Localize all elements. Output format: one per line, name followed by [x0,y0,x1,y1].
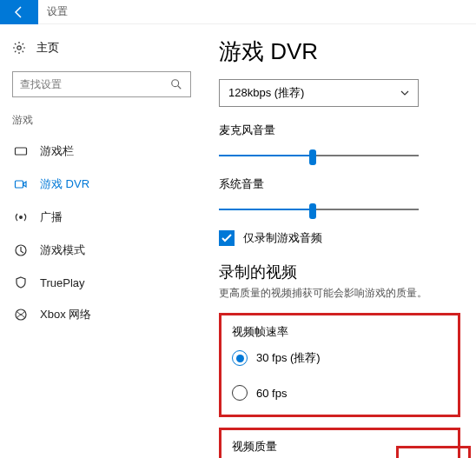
sidebar-item-label: Xbox 网络 [40,307,91,322]
gamebar-icon [14,144,28,158]
mic-volume-label: 麦克风音量 [219,123,460,138]
sidebar-item-gamemode[interactable]: 游戏模式 [0,234,203,267]
slider-thumb[interactable] [309,203,316,219]
mic-volume-slider[interactable] [219,143,419,168]
record-gameaudio-checkbox[interactable] [219,230,235,246]
sidebar-item-label: 游戏 DVR [40,176,89,192]
app-title: 设置 [38,4,68,19]
trueplay-icon [14,275,28,289]
svg-rect-3 [16,148,27,155]
recorded-video-desc: 更高质量的视频捕获可能会影响游戏的质量。 [219,286,460,301]
radio-label: 60 fps [256,387,287,400]
home-label: 主页 [36,40,59,56]
highlight-corner [396,446,471,458]
dropdown-value: 128kbps (推荐) [228,85,304,101]
svg-line-2 [178,86,182,90]
broadcast-icon [14,210,28,224]
recorded-video-title: 录制的视频 [219,262,460,282]
sidebar-item-label: 游戏栏 [40,143,74,159]
search-icon [169,77,183,91]
frame-rate-label: 视频帧速率 [232,324,447,340]
sidebar: 主页 游戏 游戏栏 游戏 DVR 广播 [0,24,203,458]
system-volume-label: 系统音量 [219,176,460,192]
page-title: 游戏 DVR [219,37,460,67]
sidebar-item-trueplay[interactable]: TruePlay [0,267,203,298]
checkbox-label: 仅录制游戏音频 [243,230,322,246]
sidebar-item-label: 广播 [40,209,63,225]
dvr-icon [14,177,28,191]
svg-point-1 [172,80,179,87]
sidebar-item-dvr[interactable]: 游戏 DVR [0,168,203,201]
radio-60fps[interactable]: 60 fps [232,380,447,406]
xbox-icon [14,308,28,322]
highlight-framerate: 视频帧速率 30 fps (推荐) 60 fps [219,313,460,417]
home-nav[interactable]: 主页 [0,33,203,63]
radio-label: 30 fps (推荐) [256,350,321,366]
category-label: 游戏 [0,113,203,135]
gamemode-icon [14,243,28,257]
svg-point-5 [19,216,23,219]
check-icon [221,232,233,244]
chevron-down-icon [400,89,409,97]
sidebar-item-broadcast[interactable]: 广播 [0,201,203,234]
svg-point-7 [16,309,26,320]
sidebar-item-label: TruePlay [40,276,85,289]
svg-rect-4 [16,181,23,188]
search-input[interactable] [20,78,169,90]
slider-thumb[interactable] [309,149,316,165]
bitrate-dropdown[interactable]: 128kbps (推荐) [219,79,419,107]
content-area: 游戏 DVR 128kbps (推荐) 麦克风音量 系统音量 [203,24,476,458]
system-volume-slider[interactable] [219,197,419,222]
search-box[interactable] [12,71,191,97]
arrow-left-icon [12,5,26,19]
gear-icon [12,41,26,55]
sidebar-item-label: 游戏模式 [40,242,85,258]
back-button[interactable] [0,0,38,24]
sidebar-item-gamebar[interactable]: 游戏栏 [0,135,203,168]
radio-indicator [232,385,248,401]
svg-point-0 [17,46,21,50]
sidebar-item-xbox[interactable]: Xbox 网络 [0,298,203,331]
titlebar: 设置 [0,0,476,24]
radio-indicator [232,350,248,366]
radio-30fps[interactable]: 30 fps (推荐) [232,345,447,371]
